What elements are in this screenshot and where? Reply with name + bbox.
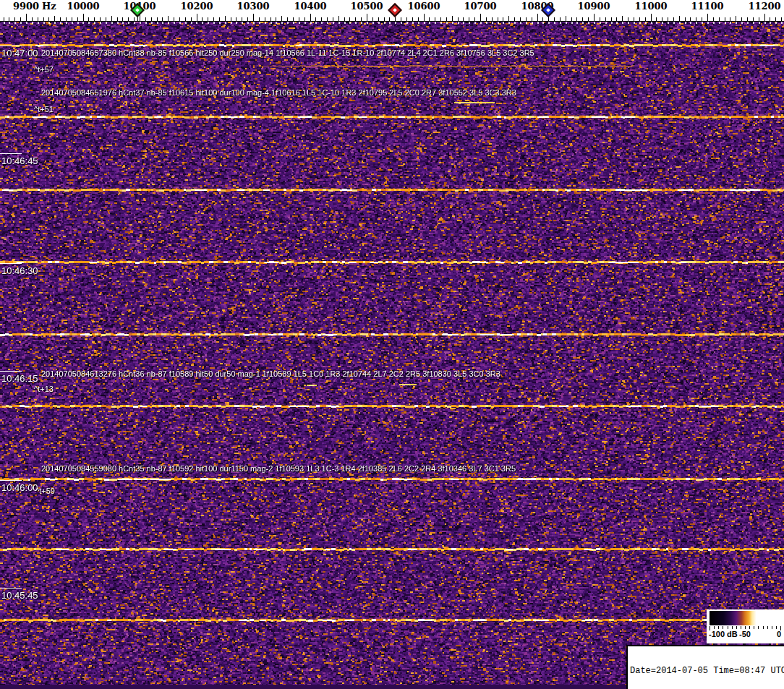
time-tick bbox=[0, 46, 22, 46]
detection-text: 20140705084657380 hCnt38 nb-85 f10566 hi… bbox=[41, 48, 534, 57]
db-scale-tick bbox=[714, 626, 715, 629]
ruler-tick bbox=[576, 17, 577, 21]
ruler-tick bbox=[566, 16, 566, 21]
ruler-tick bbox=[128, 17, 129, 21]
time-label: 10:47:00 bbox=[1, 48, 38, 59]
freq-tick-label: 10900 bbox=[577, 1, 610, 12]
ruler-tick bbox=[287, 17, 288, 21]
ruler-tick bbox=[702, 17, 702, 21]
ruler-tick bbox=[532, 17, 532, 21]
ruler-tick bbox=[662, 17, 662, 21]
ruler-tick bbox=[174, 17, 174, 21]
ruler-tick bbox=[378, 17, 379, 21]
freq-tick-label: 10200 bbox=[180, 1, 213, 12]
time-tick bbox=[0, 371, 22, 372]
ruler-tick bbox=[747, 17, 748, 21]
ruler-tick bbox=[259, 17, 260, 21]
ruler-tick bbox=[458, 17, 459, 21]
ruler-tick bbox=[344, 17, 345, 21]
ruler-tick bbox=[231, 17, 231, 21]
ruler-tick bbox=[134, 17, 135, 21]
db-scale-legend: -100 dB -50 0 bbox=[707, 609, 784, 643]
ruler-tick bbox=[162, 17, 163, 21]
freq-tick-label: 10400 bbox=[294, 1, 326, 12]
ruler-tick bbox=[270, 17, 271, 21]
ruler-tick bbox=[401, 17, 401, 21]
ruler-tick bbox=[730, 17, 730, 21]
ruler-tick bbox=[384, 17, 385, 21]
ruler-tick bbox=[117, 17, 118, 21]
db-label-max: 0 bbox=[777, 630, 781, 638]
db-scale-tick bbox=[749, 626, 750, 629]
ruler-tick bbox=[645, 17, 646, 21]
ruler-tick bbox=[571, 17, 572, 21]
ruler-tick bbox=[463, 17, 464, 21]
time-label: 10:46:15 bbox=[1, 373, 38, 384]
ruler-tick bbox=[310, 14, 311, 21]
ruler-tick bbox=[656, 17, 657, 21]
ruler-tick bbox=[474, 17, 475, 21]
time-tick bbox=[0, 263, 22, 264]
db-scale-tick bbox=[728, 626, 728, 629]
ruler-tick bbox=[191, 17, 192, 21]
freq-tick-label: 10500 bbox=[350, 1, 383, 12]
ruler-tick bbox=[197, 14, 197, 21]
ruler-tick bbox=[469, 17, 469, 21]
ruler-tick bbox=[145, 17, 146, 21]
detection-text: 20140705084651976 hCnt37 nb-85 f10615 hi… bbox=[41, 88, 516, 97]
ruler-tick bbox=[389, 17, 390, 21]
db-label-mid: -50 bbox=[739, 630, 751, 638]
ruler-tick bbox=[508, 16, 509, 21]
ruler-tick bbox=[253, 14, 254, 21]
ruler-tick bbox=[759, 17, 759, 21]
ruler-tick bbox=[111, 16, 112, 21]
ruler-tick bbox=[560, 17, 561, 21]
ruler-tick bbox=[634, 17, 634, 21]
ruler-tick bbox=[77, 17, 78, 21]
ruler-tick bbox=[26, 14, 27, 21]
ruler-tick bbox=[418, 17, 419, 21]
ruler-tick bbox=[349, 17, 350, 21]
db-scale-tick bbox=[736, 626, 737, 629]
ruler-tick bbox=[72, 17, 72, 21]
ruler-tick bbox=[600, 17, 600, 21]
ruler-tick bbox=[361, 17, 362, 21]
ruler-tick bbox=[38, 17, 38, 21]
db-scale-tick bbox=[732, 626, 733, 629]
ruler-tick bbox=[639, 17, 640, 21]
ruler-tick bbox=[424, 14, 425, 21]
ruler-tick bbox=[32, 17, 33, 21]
ruler-tick bbox=[43, 17, 44, 21]
ruler-tick bbox=[4, 17, 4, 21]
ruler-tick bbox=[9, 17, 9, 21]
ruler-tick bbox=[219, 17, 220, 21]
db-scale-tick bbox=[745, 626, 746, 629]
ruler-tick bbox=[446, 17, 447, 21]
ruler-tick bbox=[588, 17, 589, 21]
ruler-tick bbox=[753, 17, 754, 21]
ruler-tick bbox=[696, 17, 696, 21]
ruler-tick bbox=[185, 17, 186, 21]
ruler-tick bbox=[770, 17, 770, 21]
ruler-tick bbox=[60, 17, 61, 21]
freq-tick-label: 10600 bbox=[407, 1, 440, 12]
ruler-tick bbox=[498, 17, 498, 21]
ruler-tick bbox=[265, 17, 265, 21]
freq-tick-label: 11200 bbox=[748, 1, 780, 12]
ruler-tick bbox=[537, 14, 538, 21]
ruler-tick bbox=[554, 17, 555, 21]
ruler-tick bbox=[725, 17, 725, 21]
ruler-tick bbox=[20, 17, 21, 21]
ruler-tick bbox=[327, 17, 328, 21]
ruler-tick bbox=[281, 16, 282, 21]
ruler-tick bbox=[628, 17, 629, 21]
ruler-tick bbox=[492, 17, 493, 21]
spectrogram-canvas bbox=[0, 0, 784, 689]
time-label: 10:46:45 bbox=[1, 155, 38, 166]
ruler-tick bbox=[435, 17, 435, 21]
ruler-tick bbox=[503, 17, 503, 21]
ruler-tick bbox=[213, 17, 214, 21]
ruler-tick bbox=[242, 17, 242, 21]
db-gradient-bar bbox=[710, 611, 780, 625]
ruler-tick bbox=[202, 17, 203, 21]
